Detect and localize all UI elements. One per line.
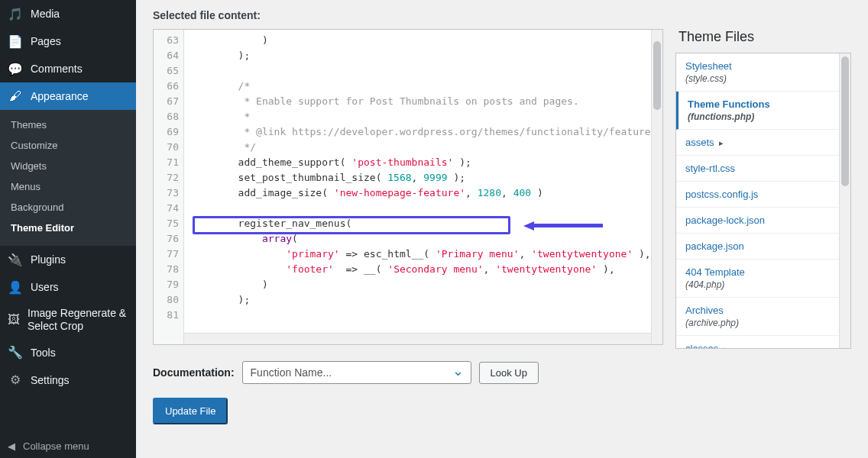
submenu-theme-editor[interactable]: Theme Editor bbox=[0, 218, 136, 238]
files-vscrollbar[interactable] bbox=[839, 53, 850, 348]
editor-hscrollbar[interactable] bbox=[184, 333, 651, 344]
scroll-thumb[interactable] bbox=[841, 56, 849, 186]
lookup-button[interactable]: Look Up bbox=[479, 362, 539, 384]
admin-sidebar: 🎵Media 📄Pages 💬Comments 🖌Appearance Them… bbox=[0, 0, 136, 458]
menu-label: Media bbox=[31, 8, 60, 20]
theme-files-list: Stylesheet(style.css)Theme Functions(fun… bbox=[675, 53, 851, 349]
menu-settings[interactable]: ⚙Settings bbox=[0, 366, 136, 394]
submenu-background[interactable]: Background bbox=[0, 197, 136, 218]
menu-pages[interactable]: 📄Pages bbox=[0, 27, 136, 55]
code-area[interactable]: ) ); /* * Enable support for Post Thumbn… bbox=[184, 30, 662, 344]
wrench-icon: 🔧 bbox=[8, 345, 23, 360]
settings-icon: ⚙ bbox=[8, 373, 23, 388]
menu-tools[interactable]: 🔧Tools bbox=[0, 339, 136, 366]
user-icon: 👤 bbox=[8, 279, 23, 295]
menu-media[interactable]: 🎵Media bbox=[0, 0, 136, 27]
menu-comments[interactable]: 💬Comments bbox=[0, 55, 136, 82]
scroll-thumb[interactable] bbox=[653, 41, 661, 110]
documentation-row: Documentation: Function Name... Look Up bbox=[153, 361, 851, 384]
media-icon: 🎵 bbox=[8, 6, 23, 21]
menu-label: Comments bbox=[31, 63, 83, 75]
theme-file-item[interactable]: Stylesheet(style.css) bbox=[676, 53, 839, 92]
theme-file-item[interactable]: Archives(archive.php) bbox=[676, 298, 839, 336]
page-icon: 📄 bbox=[8, 34, 23, 49]
theme-file-item[interactable]: style-rtl.css bbox=[676, 156, 839, 182]
submenu-menus[interactable]: Menus bbox=[0, 176, 136, 197]
submenu-widgets[interactable]: Widgets bbox=[0, 156, 136, 176]
selected-file-label: Selected file content: bbox=[153, 9, 851, 21]
menu-label: Plugins bbox=[31, 253, 66, 266]
menu-label: Tools bbox=[31, 347, 56, 359]
collapse-icon: ◀ bbox=[8, 440, 15, 452]
menu-label: Settings bbox=[31, 374, 70, 386]
menu-image-regen[interactable]: 🖼Image Regenerate & Select Crop bbox=[0, 301, 136, 339]
code-editor[interactable]: 63 64 65 66 67 68 69 70 71 72 73 74 75 7… bbox=[153, 29, 663, 345]
menu-users[interactable]: 👤Users bbox=[0, 273, 136, 301]
update-file-button[interactable]: Update File bbox=[153, 398, 228, 424]
menu-label: Pages bbox=[31, 35, 61, 47]
menu-label: Image Regenerate & Select Crop bbox=[28, 307, 128, 333]
theme-file-item[interactable]: Theme Functions(functions.php) bbox=[676, 92, 839, 130]
line-gutter: 63 64 65 66 67 68 69 70 71 72 73 74 75 7… bbox=[154, 30, 184, 344]
menu-plugins[interactable]: 🔌Plugins bbox=[0, 246, 136, 273]
menu-label: Appearance bbox=[31, 90, 89, 102]
brush-icon: 🖌 bbox=[8, 89, 23, 104]
submenu-customize[interactable]: Customize bbox=[0, 135, 136, 156]
menu-label: Users bbox=[31, 281, 59, 293]
theme-files-title: Theme Files bbox=[679, 29, 851, 45]
function-select[interactable]: Function Name... bbox=[242, 361, 471, 384]
theme-file-item[interactable]: package.json bbox=[676, 234, 839, 260]
submenu-themes[interactable]: Themes bbox=[0, 114, 136, 135]
collapse-menu[interactable]: ◀Collapse menu bbox=[0, 434, 136, 458]
documentation-label: Documentation: bbox=[153, 366, 235, 379]
main-content: Selected file content: 63 64 65 66 67 68… bbox=[136, 0, 868, 458]
collapse-label: Collapse menu bbox=[23, 440, 89, 452]
theme-file-item[interactable]: assets bbox=[676, 130, 839, 156]
function-select-wrap: Function Name... bbox=[242, 361, 471, 384]
submenu-appearance: Themes Customize Widgets Menus Backgroun… bbox=[0, 110, 136, 246]
plugin-icon: 🔌 bbox=[8, 252, 23, 267]
theme-files-panel: Theme Files Stylesheet(style.css)Theme F… bbox=[675, 29, 851, 349]
editor-vscrollbar[interactable] bbox=[651, 30, 662, 344]
theme-file-item[interactable]: package-lock.json bbox=[676, 208, 839, 234]
menu-appearance[interactable]: 🖌Appearance bbox=[0, 82, 136, 110]
theme-file-item[interactable]: 404 Template(404.php) bbox=[676, 260, 839, 298]
comment-icon: 💬 bbox=[8, 61, 23, 76]
theme-file-item[interactable]: classes bbox=[676, 336, 839, 348]
theme-file-item[interactable]: postcss.config.js bbox=[676, 182, 839, 208]
image-icon: 🖼 bbox=[8, 312, 20, 327]
